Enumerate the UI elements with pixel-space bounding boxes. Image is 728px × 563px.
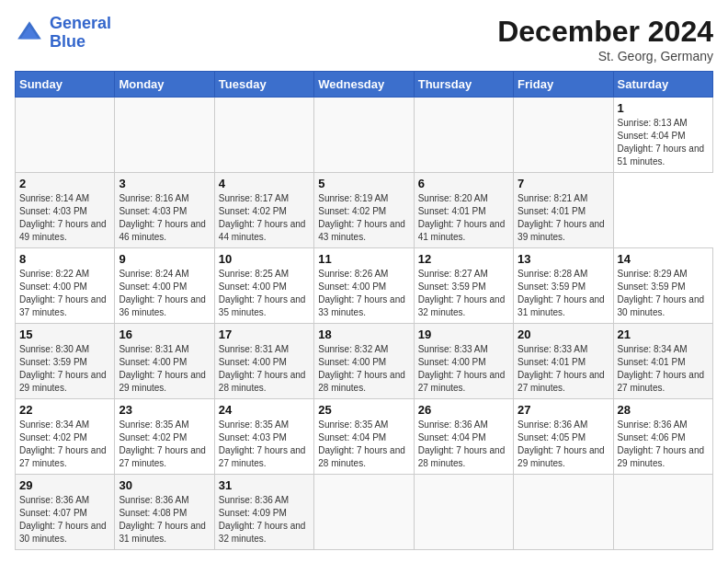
day-number: 23: [119, 403, 210, 417]
calendar-day-cell: 29Sunrise: 8:36 AMSunset: 4:07 PMDayligh…: [16, 475, 115, 550]
empty-cell: [514, 98, 613, 173]
calendar-day-cell: 2Sunrise: 8:14 AMSunset: 4:03 PMDaylight…: [16, 173, 115, 248]
header-day-tuesday: Tuesday: [214, 72, 313, 98]
calendar-table: SundayMondayTuesdayWednesdayThursdayFrid…: [15, 71, 713, 550]
day-number: 2: [19, 177, 110, 190]
day-number: 12: [418, 252, 509, 266]
day-info: Sunrise: 8:16 AMSunset: 4:03 PMDaylight:…: [119, 192, 210, 244]
empty-cell: [613, 475, 712, 550]
day-number: 20: [518, 327, 609, 341]
calendar-week-row: 22Sunrise: 8:34 AMSunset: 4:02 PMDayligh…: [16, 399, 713, 475]
calendar-day-cell: 3Sunrise: 8:16 AMSunset: 4:03 PMDaylight…: [115, 173, 214, 248]
day-number: 18: [318, 327, 409, 341]
month-title: December 2024: [497, 15, 713, 49]
day-number: 9: [119, 252, 210, 266]
calendar-day-cell: 20Sunrise: 8:33 AMSunset: 4:01 PMDayligh…: [514, 324, 613, 399]
empty-cell: [314, 475, 414, 550]
calendar-day-cell: 14Sunrise: 8:29 AMSunset: 3:59 PMDayligh…: [613, 248, 712, 324]
logo-text: GeneralBlue: [50, 15, 111, 52]
calendar-day-cell: 7Sunrise: 8:21 AMSunset: 4:01 PMDaylight…: [514, 173, 613, 248]
day-number: 30: [119, 478, 210, 492]
day-info: Sunrise: 8:36 AMSunset: 4:05 PMDaylight:…: [518, 419, 609, 470]
calendar-header-row: SundayMondayTuesdayWednesdayThursdayFrid…: [16, 72, 713, 98]
calendar-week-row: 29Sunrise: 8:36 AMSunset: 4:07 PMDayligh…: [16, 475, 713, 550]
calendar-day-cell: 12Sunrise: 8:27 AMSunset: 3:59 PMDayligh…: [414, 248, 513, 324]
calendar-day-cell: 30Sunrise: 8:36 AMSunset: 4:08 PMDayligh…: [115, 475, 214, 550]
day-number: 1: [618, 101, 709, 115]
calendar-day-cell: 31Sunrise: 8:36 AMSunset: 4:09 PMDayligh…: [214, 475, 313, 550]
day-number: 3: [119, 177, 210, 190]
day-number: 24: [219, 403, 310, 417]
header-day-saturday: Saturday: [613, 72, 712, 98]
day-info: Sunrise: 8:30 AMSunset: 3:59 PMDaylight:…: [19, 343, 110, 395]
day-number: 15: [19, 327, 110, 341]
day-info: Sunrise: 8:13 AMSunset: 4:04 PMDaylight:…: [618, 117, 709, 168]
calendar-day-cell: 6Sunrise: 8:20 AMSunset: 4:01 PMDaylight…: [414, 173, 513, 248]
day-number: 22: [19, 403, 110, 417]
logo-icon: [15, 18, 44, 48]
page-header: GeneralBlue December 2024 St. Georg, Ger…: [15, 15, 713, 63]
day-info: Sunrise: 8:36 AMSunset: 4:08 PMDaylight:…: [119, 494, 210, 546]
header-day-wednesday: Wednesday: [314, 72, 414, 98]
day-info: Sunrise: 8:36 AMSunset: 4:04 PMDaylight:…: [418, 419, 509, 470]
day-number: 21: [618, 327, 709, 341]
day-number: 10: [219, 252, 310, 266]
day-info: Sunrise: 8:29 AMSunset: 3:59 PMDaylight:…: [618, 268, 709, 319]
empty-cell: [16, 98, 115, 173]
day-info: Sunrise: 8:20 AMSunset: 4:01 PMDaylight:…: [418, 192, 509, 244]
calendar-day-cell: 16Sunrise: 8:31 AMSunset: 4:00 PMDayligh…: [115, 324, 214, 399]
day-info: Sunrise: 8:27 AMSunset: 3:59 PMDaylight:…: [418, 268, 509, 319]
day-info: Sunrise: 8:19 AMSunset: 4:02 PMDaylight:…: [318, 192, 409, 244]
day-info: Sunrise: 8:35 AMSunset: 4:03 PMDaylight:…: [219, 419, 310, 470]
day-number: 31: [219, 478, 310, 492]
day-number: 26: [418, 403, 509, 417]
day-info: Sunrise: 8:26 AMSunset: 4:00 PMDaylight:…: [318, 268, 409, 319]
day-info: Sunrise: 8:35 AMSunset: 4:04 PMDaylight:…: [318, 419, 409, 470]
day-number: 4: [219, 177, 310, 190]
day-number: 27: [518, 403, 609, 417]
day-info: Sunrise: 8:34 AMSunset: 4:01 PMDaylight:…: [618, 343, 709, 395]
calendar-day-cell: 15Sunrise: 8:30 AMSunset: 3:59 PMDayligh…: [16, 324, 115, 399]
day-info: Sunrise: 8:21 AMSunset: 4:01 PMDaylight:…: [518, 192, 609, 244]
calendar-day-cell: 10Sunrise: 8:25 AMSunset: 4:00 PMDayligh…: [214, 248, 313, 324]
calendar-day-cell: 24Sunrise: 8:35 AMSunset: 4:03 PMDayligh…: [214, 399, 313, 475]
title-area: December 2024 St. Georg, Germany: [497, 15, 713, 63]
day-info: Sunrise: 8:25 AMSunset: 4:00 PMDaylight:…: [219, 268, 310, 319]
day-info: Sunrise: 8:34 AMSunset: 4:02 PMDaylight:…: [19, 419, 110, 470]
day-number: 5: [318, 177, 409, 190]
empty-cell: [314, 98, 414, 173]
calendar-week-row: 15Sunrise: 8:30 AMSunset: 3:59 PMDayligh…: [16, 324, 713, 399]
calendar-week-row: 1Sunrise: 8:13 AMSunset: 4:04 PMDaylight…: [16, 98, 713, 173]
logo: GeneralBlue: [15, 15, 111, 52]
day-number: 17: [219, 327, 310, 341]
calendar-week-row: 8Sunrise: 8:22 AMSunset: 4:00 PMDaylight…: [16, 248, 713, 324]
day-number: 28: [618, 403, 709, 417]
day-info: Sunrise: 8:36 AMSunset: 4:07 PMDaylight:…: [19, 494, 110, 546]
day-number: 16: [119, 327, 210, 341]
header-day-sunday: Sunday: [16, 72, 115, 98]
calendar-day-cell: 13Sunrise: 8:28 AMSunset: 3:59 PMDayligh…: [514, 248, 613, 324]
calendar-day-cell: 27Sunrise: 8:36 AMSunset: 4:05 PMDayligh…: [514, 399, 613, 475]
day-info: Sunrise: 8:24 AMSunset: 4:00 PMDaylight:…: [119, 268, 210, 319]
day-number: 8: [19, 252, 110, 266]
calendar-day-cell: 9Sunrise: 8:24 AMSunset: 4:00 PMDaylight…: [115, 248, 214, 324]
day-info: Sunrise: 8:17 AMSunset: 4:02 PMDaylight:…: [219, 192, 310, 244]
day-number: 13: [518, 252, 609, 266]
header-day-monday: Monday: [115, 72, 214, 98]
day-info: Sunrise: 8:36 AMSunset: 4:06 PMDaylight:…: [618, 419, 709, 470]
empty-cell: [414, 98, 513, 173]
day-info: Sunrise: 8:35 AMSunset: 4:02 PMDaylight:…: [119, 419, 210, 470]
header-day-friday: Friday: [514, 72, 613, 98]
empty-cell: [214, 98, 313, 173]
calendar-day-cell: 25Sunrise: 8:35 AMSunset: 4:04 PMDayligh…: [314, 399, 414, 475]
day-number: 6: [418, 177, 509, 190]
header-day-thursday: Thursday: [414, 72, 513, 98]
day-info: Sunrise: 8:31 AMSunset: 4:00 PMDaylight:…: [219, 343, 310, 395]
day-info: Sunrise: 8:33 AMSunset: 4:00 PMDaylight:…: [418, 343, 509, 395]
empty-cell: [115, 98, 214, 173]
calendar-day-cell: 11Sunrise: 8:26 AMSunset: 4:00 PMDayligh…: [314, 248, 414, 324]
day-number: 19: [418, 327, 509, 341]
calendar-day-cell: 28Sunrise: 8:36 AMSunset: 4:06 PMDayligh…: [613, 399, 712, 475]
day-number: 7: [518, 177, 609, 190]
calendar-day-cell: 21Sunrise: 8:34 AMSunset: 4:01 PMDayligh…: [613, 324, 712, 399]
